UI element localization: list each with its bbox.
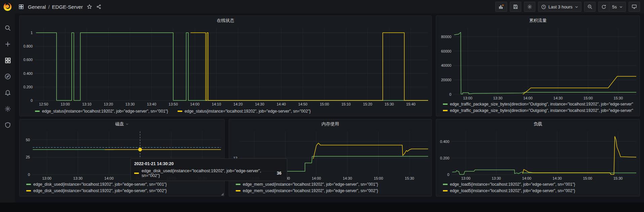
legend-swatch	[236, 190, 240, 191]
grafana-dashboard: General / EDGE-Server Last 3	[0, 0, 644, 212]
panel-title-traffic[interactable]: 累积流量	[436, 16, 640, 25]
time-range-picker[interactable]: Last 3 hours	[538, 2, 582, 12]
legend-swatch	[443, 190, 448, 191]
grafana-logo-icon[interactable]	[3, 2, 12, 11]
legend-swatch	[443, 184, 448, 185]
top-navbar: General / EDGE-Server Last 3	[15, 0, 644, 13]
chevron-down-icon	[575, 5, 578, 9]
svg-text:13:10: 13:10	[82, 102, 91, 106]
graph-tooltip: 2022-01-21 14:30:20 edge_disk_used{insta…	[130, 158, 287, 181]
svg-text:14:00: 14:00	[190, 102, 200, 106]
svg-text:13:30: 13:30	[125, 102, 135, 106]
create-plus-icon[interactable]	[3, 40, 12, 49]
svg-text:15:20: 15:20	[363, 102, 372, 106]
legend-swatch	[443, 110, 448, 111]
svg-text:20000: 20000	[441, 78, 451, 82]
tooltip-timestamp: 2022-01-21 14:30:20	[134, 161, 283, 166]
panel-title-disk[interactable]: 磁盘	[20, 119, 224, 129]
legend-item[interactable]: edge_disk_used{instance="localhost:19202…	[26, 182, 222, 187]
dashboard-settings-button[interactable]	[524, 2, 535, 12]
svg-text:13:00: 13:00	[42, 176, 51, 180]
svg-text:15:00: 15:00	[583, 96, 593, 100]
legend-item[interactable]: edge_disk_used{instance="localhost:19202…	[26, 188, 222, 193]
svg-text:14:00: 14:00	[523, 96, 533, 100]
svg-text:0: 0	[449, 92, 451, 96]
refresh-button[interactable]	[598, 2, 609, 12]
svg-text:15:10: 15:10	[341, 102, 351, 106]
svg-text:14:10: 14:10	[212, 102, 221, 106]
svg-text:80000: 80000	[441, 35, 451, 39]
svg-text:0.400: 0.400	[23, 71, 33, 75]
tooltip-series-swatch	[134, 173, 139, 174]
chart-load[interactable]: 13:0013:3014:0014:3015:0015:3000.2000.40…	[436, 129, 640, 181]
breadcrumb-separator: /	[48, 4, 49, 10]
svg-text:0: 0	[28, 173, 30, 177]
dashboards-grid-icon[interactable]	[3, 56, 12, 65]
svg-text:15:30: 15:30	[385, 102, 394, 106]
panel-title-load[interactable]: 负载	[436, 119, 640, 129]
legend-item[interactable]: edge_status{instance="localhost:19202", …	[178, 109, 311, 114]
svg-text:14:40: 14:40	[276, 102, 286, 106]
svg-text:13:00: 13:00	[461, 176, 470, 180]
svg-text:0.200: 0.200	[440, 156, 449, 160]
kiosk-monitor-button[interactable]	[629, 2, 640, 12]
panel-load: 负载 13:0013:3014:0014:3015:0015:3000.2000…	[436, 119, 640, 196]
svg-text:50: 50	[26, 138, 30, 142]
save-dashboard-button[interactable]	[510, 2, 521, 12]
legend-item[interactable]: edge_load5{instance="localhost:19202", j…	[443, 188, 638, 193]
share-icon[interactable]	[96, 4, 102, 9]
svg-text:14:20: 14:20	[233, 102, 243, 106]
add-panel-button[interactable]	[495, 2, 507, 12]
alerting-bell-icon[interactable]	[3, 88, 12, 97]
panel-online-status: 在线状态 12:5013:0013:1013:2013:3013:4013:50…	[19, 16, 432, 116]
zoom-out-button[interactable]	[584, 2, 596, 12]
svg-text:14:30: 14:30	[554, 96, 563, 100]
legend-swatch	[26, 190, 31, 191]
svg-text:0.800: 0.800	[23, 44, 33, 48]
explore-compass-icon[interactable]	[3, 72, 12, 81]
svg-text:13:40: 13:40	[147, 102, 156, 106]
svg-text:13:50: 13:50	[168, 102, 178, 106]
refresh-interval-picker[interactable]: 5s	[609, 2, 626, 12]
refresh-group: 5s	[598, 2, 626, 12]
svg-text:60000: 60000	[441, 49, 451, 53]
legend-swatch	[26, 184, 31, 185]
tooltip-series-value: 36	[277, 171, 283, 176]
chart-online-status[interactable]: 12:5013:0013:1013:2013:3013:4013:5014:00…	[20, 25, 431, 107]
legend-item[interactable]: edge_traffic_package_size_bytes{directio…	[443, 102, 638, 107]
panel-title-online-status[interactable]: 在线状态	[20, 16, 431, 25]
legend-item[interactable]: edge_mem_used{instance="localhost:19202"…	[236, 182, 429, 187]
svg-text:15:00: 15:00	[320, 102, 329, 106]
panel-resize-handle[interactable]	[221, 193, 224, 195]
breadcrumb[interactable]: General / EDGE-Server	[28, 4, 83, 10]
svg-text:14:00: 14:00	[522, 176, 531, 180]
svg-text:13:00: 13:00	[61, 102, 70, 106]
svg-text:15:00: 15:00	[374, 176, 383, 180]
panel-menu-caret-icon	[125, 122, 129, 126]
svg-text:15:00: 15:00	[583, 176, 592, 180]
breadcrumb-folder[interactable]: General	[28, 4, 46, 10]
legend-item[interactable]: edge_traffic_package_size_bytes{directio…	[443, 108, 638, 113]
star-icon[interactable]	[87, 4, 92, 9]
svg-text:14:30: 14:30	[255, 102, 264, 106]
page-bottom-strip	[0, 203, 644, 212]
chart-traffic[interactable]: 13:0013:3014:0014:3015:0015:300200004000…	[436, 25, 640, 101]
sidebar	[0, 0, 15, 203]
svg-text:1: 1	[31, 31, 33, 35]
configuration-gear-icon[interactable]	[3, 104, 12, 113]
svg-text:13:30: 13:30	[73, 176, 83, 180]
refresh-interval-label: 5s	[612, 4, 617, 9]
legend-item[interactable]: edge_load5{instance="localhost:19202", j…	[443, 182, 638, 187]
svg-text:0: 0	[447, 173, 449, 177]
chevron-down-icon	[619, 5, 623, 9]
panel-title-memory[interactable]: 内存使用	[229, 119, 431, 129]
server-admin-shield-icon[interactable]	[3, 121, 12, 129]
svg-text:15:30: 15:30	[614, 96, 623, 100]
panel-traffic: 累积流量 13:0013:3014:0014:3015:0015:3002000…	[436, 16, 640, 116]
legend-item[interactable]: edge_mem_used{instance="localhost:19202"…	[236, 188, 429, 193]
legend-item[interactable]: edge_status{instance="localhost:19202", …	[35, 109, 168, 114]
svg-text:13:00: 13:00	[463, 96, 472, 100]
search-icon[interactable]	[3, 24, 12, 32]
legend-swatch	[178, 111, 182, 112]
svg-text:0.600: 0.600	[23, 58, 33, 62]
